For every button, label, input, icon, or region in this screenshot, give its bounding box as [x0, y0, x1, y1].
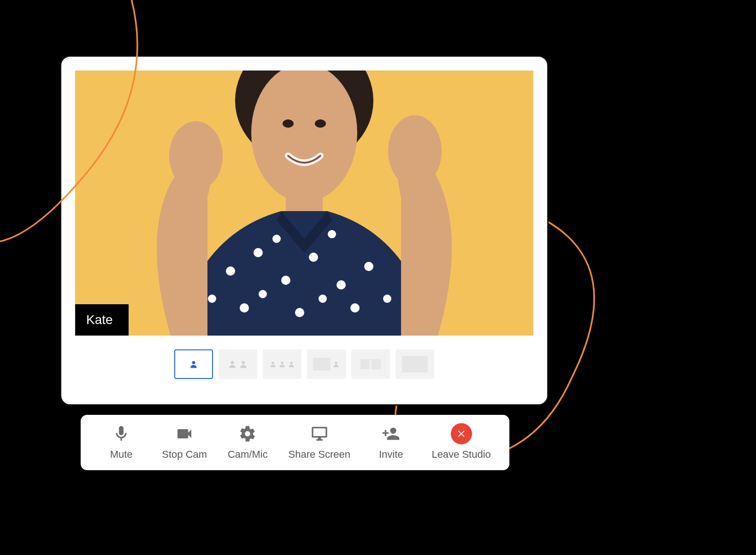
video-window: Kate [60, 55, 549, 406]
svg-point-26 [281, 362, 283, 364]
invite-label: Invite [379, 449, 403, 461]
svg-point-27 [290, 362, 292, 364]
svg-point-22 [192, 361, 195, 364]
svg-point-18 [169, 121, 223, 190]
svg-point-9 [240, 303, 249, 313]
gear-icon [238, 425, 257, 443]
layout-selector [75, 349, 533, 379]
cam-mic-label: Cam/Mic [228, 449, 268, 461]
video-area: Kate [75, 71, 533, 336]
svg-point-7 [337, 280, 346, 289]
svg-rect-2 [286, 183, 323, 216]
microphone-icon [112, 425, 130, 443]
participant-name: Kate [86, 313, 113, 327]
svg-point-1 [251, 71, 357, 202]
layout-option-screen-person[interactable] [307, 349, 346, 379]
cam-mic-button[interactable]: Cam/Mic [220, 421, 275, 464]
svg-point-15 [383, 295, 391, 303]
share-screen-label: Share Screen [288, 449, 350, 461]
svg-point-6 [309, 253, 318, 262]
participant-name-tag: Kate [75, 304, 129, 336]
svg-point-8 [364, 262, 373, 271]
camera-icon [175, 425, 194, 443]
layout-option-split[interactable] [351, 349, 390, 379]
stop-cam-label: Stop Cam [162, 449, 207, 461]
svg-point-10 [295, 308, 304, 317]
svg-point-23 [231, 361, 234, 364]
monitor-icon [310, 425, 329, 443]
control-toolbar: Mute Stop Cam Cam/Mic Share Screen Invit… [81, 415, 509, 470]
add-person-icon [382, 425, 400, 443]
svg-point-17 [259, 290, 267, 298]
leave-studio-button[interactable]: Leave Studio [426, 421, 496, 464]
layout-option-full[interactable] [396, 349, 434, 379]
layout-option-two[interactable] [219, 349, 257, 379]
svg-point-21 [315, 119, 326, 128]
svg-point-24 [242, 361, 245, 364]
svg-point-3 [226, 266, 235, 276]
svg-point-4 [254, 248, 263, 257]
layout-option-three[interactable] [263, 349, 301, 379]
leave-studio-label: Leave Studio [431, 449, 490, 461]
mute-label: Mute [110, 449, 133, 461]
invite-button[interactable]: Invite [363, 421, 419, 464]
svg-point-28 [335, 362, 337, 364]
close-icon [451, 425, 472, 443]
svg-point-5 [281, 276, 290, 285]
svg-point-20 [283, 119, 294, 128]
svg-point-13 [328, 230, 336, 238]
svg-point-11 [350, 303, 360, 313]
svg-point-19 [388, 115, 442, 187]
mute-button[interactable]: Mute [94, 421, 149, 464]
svg-point-16 [319, 295, 327, 303]
stop-cam-button[interactable]: Stop Cam [156, 421, 213, 464]
svg-point-12 [272, 235, 281, 243]
svg-point-25 [272, 362, 274, 364]
share-screen-button[interactable]: Share Screen [283, 421, 356, 464]
layout-option-single[interactable] [174, 349, 213, 379]
svg-point-14 [208, 295, 216, 303]
participant-video [115, 71, 493, 336]
